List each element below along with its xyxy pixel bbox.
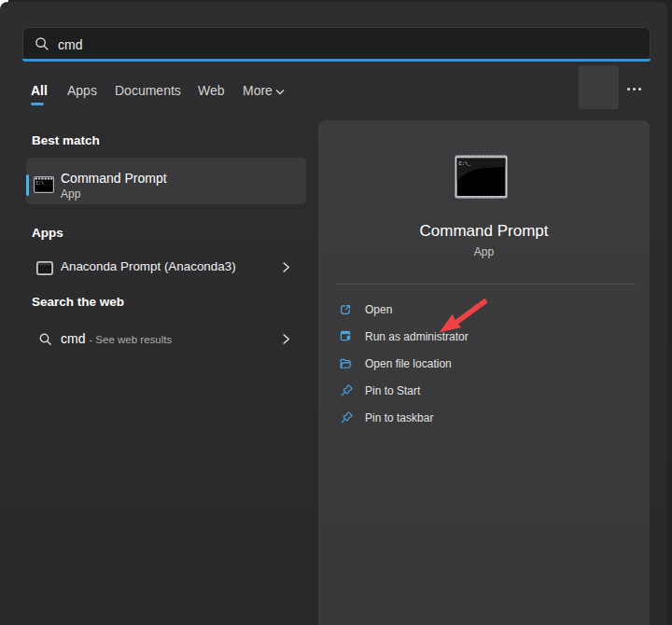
svg-text:C:\: C:\ bbox=[36, 181, 45, 186]
svg-text:C:\_: C:\_ bbox=[459, 161, 472, 167]
